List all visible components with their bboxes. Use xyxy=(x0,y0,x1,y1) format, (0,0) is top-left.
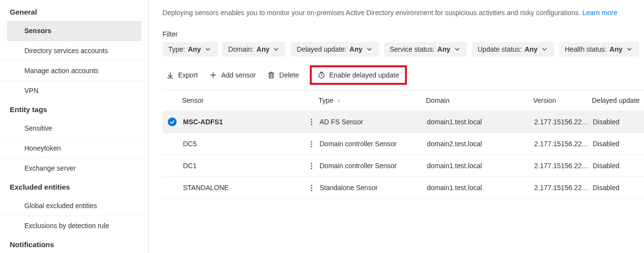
enable-delayed-update-button[interactable]: Enable delayed update xyxy=(317,69,400,81)
chevron-down-icon xyxy=(272,45,280,53)
nav-item-sensors[interactable]: Sensors xyxy=(7,21,141,41)
chevron-down-icon xyxy=(365,45,373,53)
row-selector[interactable] xyxy=(162,138,182,150)
sort-asc-icon: ↑ xyxy=(337,97,340,104)
add-sensor-button[interactable]: Add sensor xyxy=(208,69,257,81)
filter-domain-value: Any xyxy=(257,45,269,53)
cell-version: 2.177.15156.22652 xyxy=(533,178,592,197)
sensor-name: DC1 xyxy=(182,156,304,175)
nav-section-entity-tags: Entity tags xyxy=(0,100,148,118)
filter-type-label: Type: xyxy=(168,45,185,53)
delete-label: Delete xyxy=(279,71,299,79)
cell-domain: domain1.test.local xyxy=(426,178,533,197)
chevron-down-icon xyxy=(625,45,633,53)
filter-update-status[interactable]: Update status: Any xyxy=(472,42,554,57)
filter-health-label: Health status: xyxy=(565,45,607,53)
cell-type: Domain controller Sensor xyxy=(319,156,426,175)
enable-delayed-update-label: Enable delayed update xyxy=(329,71,399,79)
nav-item-honeytoken[interactable]: Honeytoken xyxy=(0,138,148,158)
action-row: Export Add sensor Delete Enable delayed … xyxy=(162,62,644,90)
main-content: Deploying sensors enables you to monitor… xyxy=(149,0,644,253)
nav-item-vpn[interactable]: VPN xyxy=(0,81,148,100)
nav-item-exchange-server[interactable]: Exchange server xyxy=(0,158,148,178)
cell-type: Standalone Sensor xyxy=(319,178,426,197)
row-menu-button[interactable] xyxy=(304,111,319,133)
table-row[interactable]: MSC-ADFS1AD FS Sensordomain1.test.local2… xyxy=(162,111,644,133)
nav-item-manage-action-accounts[interactable]: Manage action accounts xyxy=(0,61,148,81)
col-sensor[interactable]: Sensor xyxy=(182,92,304,109)
nav-item-exclusions-by-rule[interactable]: Exclusions by detection rule xyxy=(0,216,148,235)
plus-icon xyxy=(209,71,217,79)
table-row[interactable]: STANDALONEStandalone Sensordomain1.test.… xyxy=(162,177,644,199)
filter-service-value: Any xyxy=(438,45,450,53)
cell-delayed: Disabled xyxy=(592,156,644,175)
row-selector[interactable] xyxy=(162,182,182,194)
filter-delayed-value: Any xyxy=(349,45,362,53)
svg-rect-4 xyxy=(269,73,273,78)
cell-version: 2.177.15156.22652 xyxy=(533,156,592,175)
col-type-label: Type xyxy=(319,97,333,104)
export-label: Export xyxy=(178,71,198,79)
filter-label: Filter xyxy=(162,30,644,38)
nav-item-sensitive[interactable]: Sensitive xyxy=(0,118,148,138)
cell-type: AD FS Sensor xyxy=(319,112,426,132)
row-selector[interactable] xyxy=(162,112,182,132)
cell-delayed: Disabled xyxy=(592,112,644,132)
cell-domain: domain1.test.local xyxy=(426,112,533,132)
checkmark-icon xyxy=(168,117,177,126)
filter-domain[interactable]: Domain: Any xyxy=(222,42,286,57)
clock-icon xyxy=(318,71,325,79)
cell-version: 2.177.15156.22652 xyxy=(533,112,592,132)
row-menu-button[interactable] xyxy=(304,155,319,176)
table-header: Sensor Type ↑ Domain Version Delayed upd… xyxy=(162,90,644,111)
table-body: MSC-ADFS1AD FS Sensordomain1.test.local2… xyxy=(162,111,644,199)
filter-health-value: Any xyxy=(609,45,622,53)
nav-item-global-excluded[interactable]: Global excluded entities xyxy=(0,196,148,216)
delete-button[interactable]: Delete xyxy=(266,69,300,81)
trash-icon xyxy=(267,71,275,79)
cell-type: Domain controller Sensor xyxy=(319,134,426,154)
filter-update-value: Any xyxy=(524,45,537,53)
sensors-table: Sensor Type ↑ Domain Version Delayed upd… xyxy=(162,90,644,199)
cell-delayed: Disabled xyxy=(592,134,644,154)
sensor-name: STANDALONE xyxy=(182,178,304,197)
nav-item-directory-services[interactable]: Directory services accounts xyxy=(0,41,148,61)
row-selector[interactable] xyxy=(162,160,182,172)
sensor-name: DC5 xyxy=(182,134,304,154)
row-menu-button[interactable] xyxy=(304,177,319,198)
col-delayed-update[interactable]: Delayed update xyxy=(592,92,644,109)
nav-section-excluded-entities: Excluded entities xyxy=(0,178,148,196)
col-domain[interactable]: Domain xyxy=(426,92,533,109)
filter-type[interactable]: Type: Any xyxy=(162,42,218,57)
sensor-name: MSC-ADFS1 xyxy=(182,112,304,132)
cell-delayed: Disabled xyxy=(592,178,644,197)
chevron-down-icon xyxy=(204,45,212,53)
filter-row: Type: Any Domain: Any Delayed update: An… xyxy=(162,42,644,57)
export-button[interactable]: Export xyxy=(165,69,199,81)
cell-domain: domain1.test.local xyxy=(426,156,533,175)
add-sensor-label: Add sensor xyxy=(221,71,256,79)
download-icon xyxy=(166,71,174,79)
filter-update-label: Update status: xyxy=(478,45,522,53)
cell-version: 2.177.15156.22652 xyxy=(533,134,592,154)
learn-more-link[interactable]: Learn more xyxy=(583,9,618,17)
table-row[interactable]: DC1Domain controller Sensordomain1.test.… xyxy=(162,155,644,177)
nav-section-general: General xyxy=(0,3,148,21)
filter-health-status[interactable]: Health status: Any xyxy=(559,42,639,57)
filter-service-label: Service status: xyxy=(390,45,435,53)
col-type[interactable]: Type ↑ xyxy=(319,92,426,109)
filter-delayed-update[interactable]: Delayed update: Any xyxy=(291,42,379,57)
col-version[interactable]: Version xyxy=(533,92,592,109)
chevron-down-icon xyxy=(453,45,461,53)
table-row[interactable]: DC5Domain controller Sensordomain2.test.… xyxy=(162,133,644,155)
filter-type-value: Any xyxy=(188,45,201,53)
nav-section-notifications: Notifications xyxy=(0,235,148,253)
intro-text: Deploying sensors enables you to monitor… xyxy=(162,9,644,17)
intro-sentence: Deploying sensors enables you to monitor… xyxy=(162,9,583,17)
cell-domain: domain2.test.local xyxy=(426,134,533,154)
enable-delayed-update-highlight: Enable delayed update xyxy=(310,65,407,85)
row-menu-button[interactable] xyxy=(304,133,319,155)
filter-service-status[interactable]: Service status: Any xyxy=(384,42,467,57)
filter-delayed-label: Delayed update: xyxy=(297,45,346,53)
chevron-down-icon xyxy=(541,45,548,53)
